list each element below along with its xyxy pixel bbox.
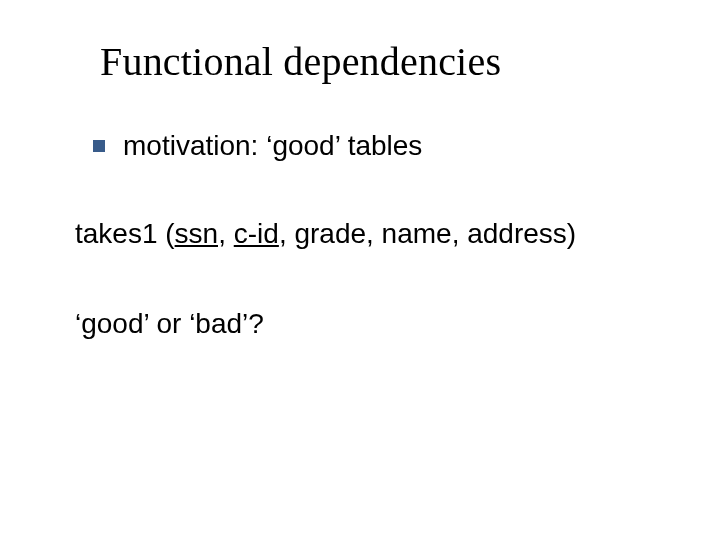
schema-line: takes1 (ssn, c-id, grade, name, address) [75,218,576,250]
schema-prefix: takes1 ( [75,218,175,249]
bullet-item: motivation: ‘good’ tables [93,128,422,163]
schema-key-cid: c-id [234,218,279,249]
question-line: ‘good’ or ‘bad’? [75,308,264,340]
square-bullet-icon [93,140,105,152]
bullet-text: motivation: ‘good’ tables [123,128,422,163]
schema-key-ssn: ssn, [175,218,226,249]
schema-rest: , grade, name, address) [279,218,576,249]
schema-space [226,218,234,249]
slide: Functional dependencies motivation: ‘goo… [0,0,720,540]
slide-title: Functional dependencies [100,38,501,85]
